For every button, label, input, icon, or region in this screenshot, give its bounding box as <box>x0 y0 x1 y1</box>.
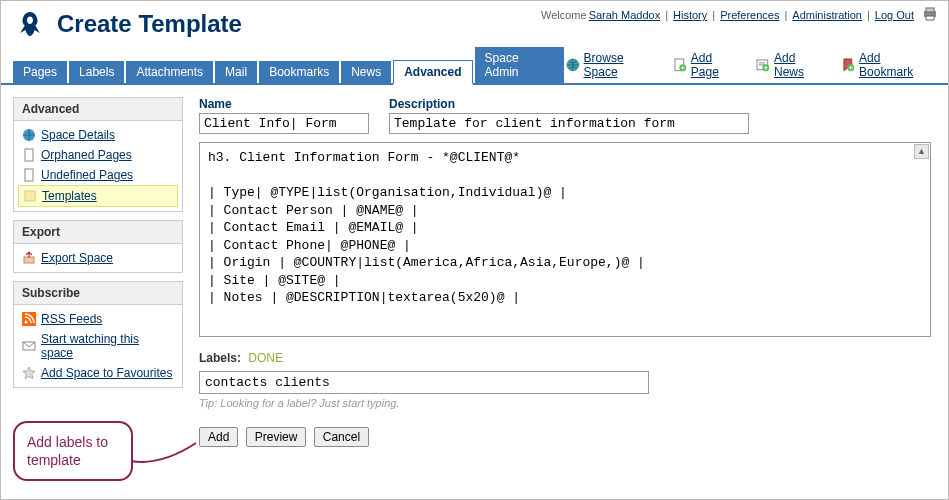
labels-input[interactable] <box>199 371 649 394</box>
sidebar-subscribe-header: Subscribe <box>14 282 182 305</box>
mail-icon <box>22 339 36 353</box>
scroll-up-icon[interactable]: ▲ <box>914 144 929 159</box>
tab-advanced[interactable]: Advanced <box>393 60 472 85</box>
tab-attachments[interactable]: Attachments <box>126 61 213 83</box>
tab-labels[interactable]: Labels <box>69 61 124 83</box>
tab-space-admin[interactable]: Space Admin <box>475 47 564 83</box>
template-icon <box>23 189 37 203</box>
add-page-icon <box>673 58 687 72</box>
svg-rect-12 <box>25 149 33 161</box>
tab-pages[interactable]: Pages <box>13 61 67 83</box>
administration-link[interactable]: Administration <box>792 9 862 21</box>
welcome-text: Welcome <box>541 9 587 21</box>
export-icon <box>22 251 36 265</box>
add-news-icon <box>756 58 770 72</box>
add-button[interactable]: Add <box>199 427 238 447</box>
sidebar-item-orphaned-pages[interactable]: Orphaned Pages <box>18 145 178 165</box>
star-icon <box>22 366 36 380</box>
user-links: Welcome Sarah Maddox | History | Prefere… <box>541 7 938 23</box>
page-title: Create Template <box>57 10 242 38</box>
sidebar-item-rss[interactable]: RSS Feeds <box>18 309 178 329</box>
rss-icon <box>22 312 36 326</box>
sidebar-item-export-space[interactable]: Export Space <box>18 248 178 268</box>
cancel-button[interactable]: Cancel <box>314 427 369 447</box>
preferences-link[interactable]: Preferences <box>720 9 779 21</box>
name-label: Name <box>199 97 369 111</box>
sidebar-export-header: Export <box>14 221 182 244</box>
template-body-textarea[interactable] <box>200 143 930 333</box>
svg-rect-13 <box>25 169 33 181</box>
sidebar-item-space-details[interactable]: Space Details <box>18 125 178 145</box>
labels-done-link[interactable]: DONE <box>248 351 283 365</box>
page-icon <box>22 168 36 182</box>
add-bookmark-link[interactable]: Add Bookmark <box>841 51 936 79</box>
globe-icon <box>566 58 580 72</box>
svg-rect-2 <box>926 16 934 20</box>
tab-news[interactable]: News <box>341 61 391 83</box>
page-icon <box>22 148 36 162</box>
sidebar-advanced-header: Advanced <box>14 98 182 121</box>
history-link[interactable]: History <box>673 9 707 21</box>
annotation-callout: Add labels to template <box>13 421 133 481</box>
confluence-logo-icon <box>13 9 47 39</box>
sidebar-item-watch[interactable]: Start watching this space <box>18 329 178 363</box>
svg-rect-1 <box>926 8 934 12</box>
description-input[interactable] <box>389 113 749 134</box>
browse-space-link[interactable]: Browse Space <box>566 51 659 79</box>
sidebar-item-templates[interactable]: Templates <box>18 185 178 207</box>
add-bookmark-icon <box>841 58 855 72</box>
sidebar-item-favourite[interactable]: Add Space to Favourites <box>18 363 178 383</box>
name-input[interactable] <box>199 113 369 134</box>
globe-icon <box>22 128 36 142</box>
add-news-link[interactable]: Add News <box>756 51 827 79</box>
logout-link[interactable]: Log Out <box>875 9 914 21</box>
description-label: Description <box>389 97 749 111</box>
tab-mail[interactable]: Mail <box>215 61 257 83</box>
preview-button[interactable]: Preview <box>246 427 307 447</box>
labels-tip: Tip: Looking for a label? Just start typ… <box>199 397 936 409</box>
user-link[interactable]: Sarah Maddox <box>589 9 661 21</box>
svg-point-17 <box>25 321 28 324</box>
labels-label: Labels: <box>199 351 241 365</box>
svg-rect-14 <box>25 191 35 201</box>
print-icon[interactable] <box>922 7 938 23</box>
tab-bookmarks[interactable]: Bookmarks <box>259 61 339 83</box>
add-page-link[interactable]: Add Page <box>673 51 742 79</box>
sidebar-item-undefined-pages[interactable]: Undefined Pages <box>18 165 178 185</box>
